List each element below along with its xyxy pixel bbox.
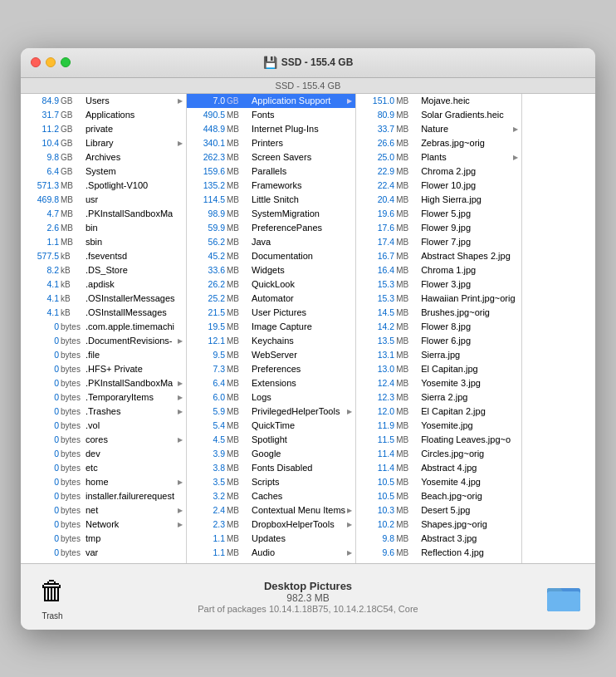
table-row[interactable]: 4.1kB.apdisk [21,277,186,292]
table-row[interactable]: 135.2MBFrameworks [187,179,355,193]
table-row[interactable]: 1.1MBAudio▶ [187,546,355,560]
table-row[interactable]: 11.9MBYosemite.jpg [356,419,521,433]
maximize-button[interactable] [61,57,71,67]
table-row[interactable]: 12.4MBYosemite 3.jpg [356,376,521,390]
table-row[interactable]: 17.6MBFlower 9.jpg [356,221,521,235]
table-row[interactable]: 2.3MBDropboxHelperTools▶ [187,518,355,532]
table-row[interactable]: 10.2MBShapes.jpg~orig [356,518,521,532]
table-row[interactable]: 3.9MBGoogle [187,447,355,461]
table-row[interactable]: 3.8MBFonts Disabled [187,461,355,475]
table-row[interactable]: 11.4MBAbstract 4.jpg [356,461,521,475]
table-row[interactable]: 0bytescores▶ [21,433,186,447]
table-row[interactable]: 15.3MBFlower 3.jpg [356,277,521,292]
table-row[interactable]: 10.3MBDesert 5.jpg [356,503,521,518]
table-row[interactable]: 340.1MBPrinters [187,136,355,150]
table-row[interactable]: 16.7MBAbstract Shapes 2.jpg [356,249,521,263]
table-row[interactable]: 0bytes.TemporaryItems▶ [21,390,186,405]
table-row[interactable]: 12.1MBKeychains [187,334,355,348]
table-row[interactable]: 20.4MBHigh Sierra.jpg [356,193,521,207]
table-row[interactable]: 10.5MBBeach.jpg~orig [356,489,521,503]
table-row[interactable]: 10.4GBLibrary▶ [21,136,186,150]
table-row[interactable]: 31.7GBApplications [21,108,186,122]
table-row[interactable]: 22.9MBChroma 2.jpg [356,164,521,179]
table-row[interactable]: 19.6MBFlower 5.jpg [356,207,521,221]
table-row[interactable]: 17.4MBFlower 7.jpg [356,235,521,249]
table-row[interactable]: 4.7MB.PKInstallSandboxMa [21,207,186,221]
table-row[interactable]: 571.3MB.Spotlight-V100 [21,179,186,193]
table-row[interactable]: 490.5MBFonts [187,108,355,122]
table-row[interactable]: 45.2MBDocumentation [187,249,355,263]
table-row[interactable]: 5.4MBQuickTime [187,419,355,433]
table-row[interactable]: 59.9MBPreferencePanes [187,221,355,235]
table-row[interactable]: 0bytesdev [21,447,186,461]
table-row[interactable]: 0bytes.DocumentRevisions-▶ [21,334,186,348]
table-row[interactable]: 0bytes.Trashes▶ [21,405,186,419]
table-row[interactable]: 26.6MBZebras.jpg~orig [356,136,521,150]
table-row[interactable]: 10.5MBYosemite 4.jpg [356,475,521,489]
table-row[interactable]: 0bytesnet▶ [21,503,186,518]
table-row[interactable]: 4.1kB.OSInstallMessages [21,306,186,320]
table-row[interactable]: 15.3MBHawaiian Print.jpg~orig [356,292,521,306]
table-row[interactable]: 13.1MBSierra.jpg [356,348,521,362]
table-row[interactable]: 2.6MBbin [21,221,186,235]
table-row[interactable]: 0bytestmp [21,532,186,546]
table-row[interactable]: 13.0MBEl Capitan.jpg [356,362,521,376]
table-row[interactable]: 9.6MBReflection 4.jpg [356,546,521,560]
table-row[interactable]: 9.5MBWebServer [187,348,355,362]
table-row[interactable]: 3.5MBScripts [187,475,355,489]
table-row[interactable]: 4.5MBSpotlight [187,433,355,447]
table-row[interactable]: 0bytesvar [21,546,186,560]
table-row[interactable]: 8.2kB.DS_Store [21,263,186,277]
table-row[interactable]: 5.9MBPrivilegedHelperTools▶ [187,405,355,419]
table-row[interactable]: 19.5MBImage Capture [187,320,355,334]
table-row[interactable]: 9.5MBFlower 4.jpg [356,560,521,563]
table-row[interactable]: 3.2MBCaches [187,489,355,503]
table-row[interactable]: 11.4MBCircles.jpg~orig [356,447,521,461]
table-row[interactable]: 11.5MBFloating Leaves.jpg~o [356,433,521,447]
table-row[interactable]: 98.9MBSystemMigration [187,207,355,221]
table-row[interactable]: 0byteshome▶ [21,475,186,489]
table-row[interactable]: 26.2MBQuickLook [187,277,355,292]
table-row[interactable]: 13.5MBFlower 6.jpg [356,334,521,348]
table-row[interactable]: 33.6MBWidgets [187,263,355,277]
table-row[interactable]: 11.2GBprivate [21,122,186,136]
folder-icon[interactable] [545,578,582,615]
table-row[interactable]: 16.4MBChroma 1.jpg [356,263,521,277]
table-row[interactable]: 0bytes.file [21,348,186,362]
table-row[interactable]: 0bytesVolumes▶ [21,560,186,563]
table-row[interactable]: 25.2MBAutomator [187,292,355,306]
close-button[interactable] [31,57,41,67]
table-row[interactable]: 25.0MBPlants▶ [356,150,521,164]
table-row[interactable]: 9.8MBAbstract 3.jpg [356,532,521,546]
table-row[interactable]: 0bytes.vol [21,419,186,433]
table-row[interactable]: 80.9MBSolar Gradients.heic [356,108,521,122]
minimize-button[interactable] [46,57,56,67]
table-row[interactable]: 84.9GBUsers▶ [21,94,186,108]
table-row[interactable]: 469.8MBusr [21,193,186,207]
table-row[interactable]: 159.6MBParallels [187,164,355,179]
table-row[interactable]: 9.8GBArchives [21,150,186,164]
table-row[interactable]: 12.3MBSierra 2.jpg [356,390,521,405]
table-row[interactable]: 262.3MBScreen Savers [187,150,355,164]
table-row[interactable]: 14.2MBFlower 8.jpg [356,320,521,334]
table-row[interactable]: 6.4GBSystem [21,164,186,179]
table-row[interactable]: 0bytes.com.apple.timemachi [21,320,186,334]
table-row[interactable]: 151.0MBMojave.heic [356,94,521,108]
table-row[interactable]: 14.5MBBrushes.jpg~orig [356,306,521,320]
table-row[interactable]: 22.4MBFlower 10.jpg [356,179,521,193]
table-row[interactable]: 0bytes.HFS+ Private [21,362,186,376]
table-row[interactable]: 6.0MBLogs [187,390,355,405]
table-row[interactable]: 0bytes.PKInstallSandboxMa▶ [21,376,186,390]
table-row[interactable]: 0bytesetc [21,461,186,475]
table-row[interactable]: 2.4MBContextual Menu Items▶ [187,503,355,518]
table-row[interactable]: 4.1kB.OSInstallerMessages [21,292,186,306]
table-row[interactable]: 0bytesinstaller.failurerequest [21,489,186,503]
table-row[interactable]: 7.3MBPreferences [187,362,355,376]
table-row[interactable]: 1.1MBUpdates [187,532,355,546]
table-row[interactable]: 7.0GBApplication Support▶ [187,94,355,108]
table-row[interactable]: 56.2MBJava [187,235,355,249]
table-row[interactable]: 6.4MBExtensions [187,376,355,390]
table-row[interactable]: 12.0MBEl Capitan 2.jpg [356,405,521,419]
table-row[interactable]: 0bytesNetwork▶ [21,518,186,532]
table-row[interactable]: 577.5kB.fseventsd [21,249,186,263]
